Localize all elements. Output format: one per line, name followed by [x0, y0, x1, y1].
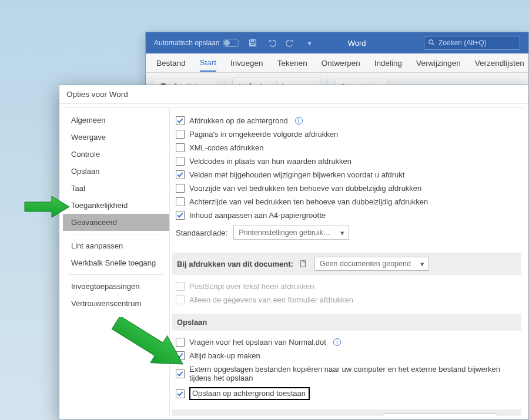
checkbox[interactable]: [176, 389, 185, 398]
app-title: Word: [348, 39, 366, 48]
sidebar-separator: [69, 234, 163, 234]
svg-rect-20: [301, 261, 306, 267]
sidebar-item-geavanceerd[interactable]: Geavanceerd: [63, 214, 169, 231]
checkbox[interactable]: [176, 369, 185, 378]
checkbox-label: Inhoud aanpassen aan A4-papiergrootte: [189, 211, 326, 220]
checkbox[interactable]: [176, 170, 185, 179]
options-content[interactable]: Afdrukken op de achtergrondiPagina's in …: [170, 108, 525, 416]
checkbox-row[interactable]: Voorzijde van vel bedrukken ten behoeve …: [175, 182, 521, 195]
word-options-dialog: Opties voor Word Algemeen Weergave Contr…: [59, 85, 529, 420]
checkbox[interactable]: [176, 184, 185, 193]
checkbox-label: Opslaan op achtergrond toestaan: [189, 387, 310, 400]
section-bar-quality: Kwaliteit behouden bij het delen van dit…: [172, 409, 521, 416]
checkbox-label: Alleen de gegevens van een formulier afd…: [189, 295, 353, 304]
svg-point-3: [429, 39, 433, 43]
search-box[interactable]: Zoeken (Alt+Q): [424, 36, 520, 50]
undo-icon[interactable]: [266, 38, 277, 48]
sidebar-item-toegankelijkheid[interactable]: Toegankelijkheid: [63, 197, 169, 214]
tab-verzendlijsten[interactable]: Verzendlijsten: [475, 55, 524, 71]
checkbox-label: XML-codes afdrukken: [189, 143, 263, 152]
checkbox[interactable]: [176, 130, 185, 139]
print-document-dropdown[interactable]: Geen documenten geopend ▾: [314, 257, 429, 271]
tab-ontwerpen[interactable]: Ontwerpen: [322, 55, 360, 71]
checkbox-row[interactable]: Veldcodes in plaats van hun waarden afdr…: [175, 154, 521, 168]
save-icon[interactable]: [247, 38, 258, 48]
svg-rect-1: [252, 40, 254, 42]
sidebar-item-addins[interactable]: Invoegtoepassingen: [63, 278, 169, 295]
sidebar-item-taal[interactable]: Taal: [63, 180, 169, 197]
default-tray-dropdown[interactable]: Printerinstellingen gebruik… ▾: [233, 226, 349, 240]
checkbox-row[interactable]: Achterzijde van vel bedrukken ten behoev…: [175, 195, 521, 209]
svg-line-4: [433, 43, 434, 45]
quality-document-dropdown[interactable]: Geen documenten geopend ▾: [383, 414, 497, 416]
sidebar-item-opslaan[interactable]: Opslaan: [63, 163, 169, 180]
checkbox[interactable]: [176, 143, 185, 152]
sidebar-item-trust[interactable]: Vertrouwenscentrum: [63, 295, 169, 312]
tab-verwijzingen[interactable]: Verwijzingen: [416, 55, 461, 71]
checkbox-row[interactable]: Pagina's in omgekeerde volgorde afdrukke…: [175, 127, 521, 141]
sidebar-item-qat[interactable]: Werkbalk Snelle toegang: [63, 254, 169, 271]
checkbox-row: PostScript over tekst heen afdrukken: [175, 280, 521, 293]
checkbox-row[interactable]: XML-codes afdrukken: [175, 141, 521, 154]
sidebar-item-lint[interactable]: Lint aanpassen: [63, 237, 169, 254]
section-title: Opslaan: [177, 318, 207, 327]
ribbon-tabs: Bestand Start Invoegen Tekenen Ontwerpen…: [146, 53, 528, 73]
dialog-body: Algemeen Weergave Controle Opslaan Taal …: [63, 107, 525, 416]
section-title: Bij afdrukken van dit document:: [177, 260, 293, 268]
checkbox[interactable]: [176, 211, 185, 220]
checkbox[interactable]: [176, 351, 185, 360]
checkbox-label: Velden met bijgehouden wijzigingen bijwe…: [189, 170, 404, 179]
tab-tekenen[interactable]: Tekenen: [277, 55, 307, 71]
checkbox-row[interactable]: Afdrukken op de achtergrondi: [175, 114, 521, 127]
sidebar-item-algemeen[interactable]: Algemeen: [63, 112, 169, 129]
sidebar-item-controle[interactable]: Controle: [63, 146, 169, 163]
checkbox: [176, 295, 185, 304]
content-inner: Afdrukken op de achtergrondiPagina's in …: [172, 114, 521, 416]
section-bar-opslaan: Opslaan: [172, 314, 521, 331]
checkbox[interactable]: [176, 157, 185, 166]
checkbox-label: Voorzijde van vel bedrukken ten behoeve …: [189, 184, 421, 193]
search-icon: [424, 39, 438, 48]
checkbox-row[interactable]: Velden met bijgehouden wijzigingen bijwe…: [175, 168, 521, 182]
print-advanced-group: Afdrukken op de achtergrondiPagina's in …: [175, 114, 521, 222]
tab-bestand[interactable]: Bestand: [156, 55, 186, 71]
default-tray-label: Standaardlade:: [176, 229, 227, 237]
tab-indeling[interactable]: Indeling: [374, 55, 402, 71]
checkbox-label: Altijd back-up maken: [189, 351, 260, 360]
checkbox-row[interactable]: Opslaan op achtergrond toestaan: [175, 385, 521, 402]
tab-invoegen[interactable]: Invoegen: [230, 55, 263, 71]
sidebar-item-weergave[interactable]: Weergave: [63, 129, 169, 146]
checkbox: [176, 282, 185, 291]
checkbox-row[interactable]: Altijd back-up maken: [175, 349, 521, 362]
info-icon[interactable]: i: [333, 338, 341, 346]
checkbox-label: Pagina's in omgekeerde volgorde afdrukke…: [189, 130, 338, 139]
sidebar-separator: [69, 274, 163, 275]
tab-start[interactable]: Start: [200, 55, 217, 72]
autosave-toggle[interactable]: Automatisch opslaan: [154, 39, 239, 47]
checkbox-label: Vragen voor het opslaan van Normal.dot: [189, 338, 326, 347]
autosave-label: Automatisch opslaan: [154, 39, 219, 47]
chevron-down-icon: ▾: [417, 260, 428, 268]
checkbox-row[interactable]: Vragen voor het opslaan van Normal.doti: [175, 335, 521, 349]
section-bar-print-document: Bij afdrukken van dit document: Geen doc…: [172, 253, 521, 275]
checkbox-label: Extern opgeslagen bestanden kopiëren naa…: [189, 365, 520, 382]
chevron-down-icon: ▾: [337, 229, 349, 237]
checkbox-row: Alleen de gegevens van een formulier afd…: [175, 293, 521, 307]
checkbox-label: Veldcodes in plaats van hun waarden afdr…: [189, 157, 351, 166]
checkbox-row[interactable]: Inhoud aanpassen aan A4-papiergrootte: [175, 209, 521, 222]
checkbox-row[interactable]: Extern opgeslagen bestanden kopiëren naa…: [175, 362, 521, 385]
default-tray-value: Printerinstellingen gebruik…: [234, 229, 336, 237]
default-tray-row: Standaardlade: Printerinstellingen gebru…: [175, 222, 521, 246]
info-icon[interactable]: i: [295, 117, 303, 125]
checkbox-label: Afdrukken op de achtergrond: [189, 116, 288, 125]
toggle-off-icon: [223, 39, 239, 47]
checkbox[interactable]: [176, 197, 185, 206]
qat-dropdown-icon[interactable]: ▾: [304, 38, 314, 48]
print-document-group: PostScript over tekst heen afdrukkenAlle…: [175, 280, 521, 307]
search-placeholder: Zoeken (Alt+Q): [438, 39, 487, 47]
svg-rect-2: [251, 43, 255, 46]
checkbox[interactable]: [176, 338, 185, 347]
redo-icon[interactable]: [285, 38, 296, 48]
checkbox[interactable]: [176, 116, 185, 125]
checkbox-label: PostScript over tekst heen afdrukken: [189, 282, 314, 291]
